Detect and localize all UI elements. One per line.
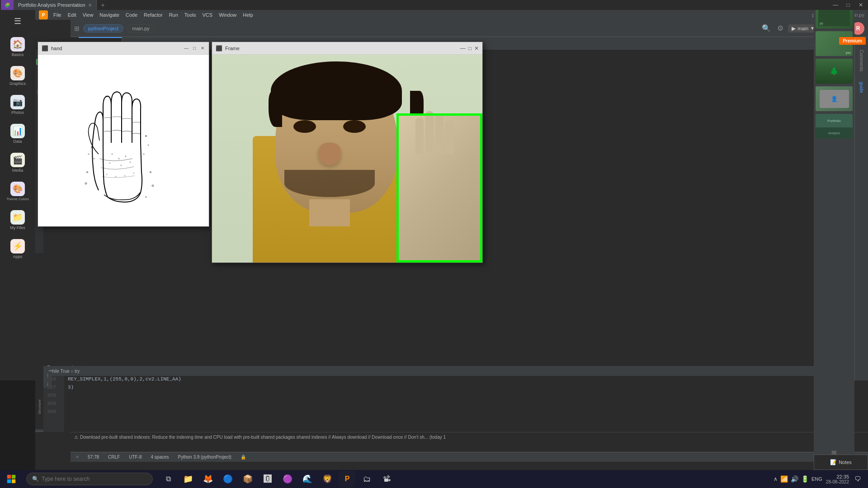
breadcrumb-arrow: › <box>71 369 73 374</box>
window-maximize-btn[interactable]: □ <box>843 1 854 9</box>
new-tab-btn[interactable]: + <box>97 0 109 10</box>
lock-icon[interactable]: 🔒 <box>239 455 248 460</box>
hand-window-close[interactable]: ✕ <box>200 46 205 51</box>
frame-window-maximize[interactable]: □ <box>468 45 472 52</box>
tray-battery-icon[interactable]: 🔋 <box>801 475 809 483</box>
cursor-position[interactable]: 57:78 <box>86 455 101 460</box>
taskbar-icon-edge[interactable]: 🌊 <box>299 471 316 487</box>
notes-panel[interactable]: 📝 Notes <box>814 455 868 470</box>
menu-window[interactable]: Window <box>216 11 239 19</box>
tray-network-icon[interactable]: 📶 <box>780 475 788 483</box>
person-beard <box>284 170 375 197</box>
person-hair-side-l <box>269 91 282 127</box>
app-tab-label: Portfolio Analysis Presentation <box>18 2 85 8</box>
menu-edit[interactable]: Edit <box>65 11 79 19</box>
run-code-line-2: 3) <box>68 385 864 393</box>
start-button[interactable] <box>0 470 23 488</box>
frame-window-close[interactable]: ✕ <box>474 45 479 52</box>
slide-thumb-3[interactable]: 🌲 <box>816 59 853 84</box>
guide-icon[interactable]: guide <box>859 78 864 96</box>
taskbar-icon-files[interactable]: 📁 <box>180 471 196 487</box>
window-minimize-btn[interactable]: — <box>830 1 841 9</box>
taskbar-search-bar[interactable]: 🔍 <box>26 473 153 485</box>
notification-center-btn[interactable]: 🗨 <box>853 475 863 483</box>
taskbar-icon-dropbox[interactable]: 📦 <box>240 471 256 487</box>
frame-window-content <box>212 55 482 263</box>
taskbar-icon-browser[interactable]: 🦊 <box>200 471 216 487</box>
tray-volume-icon[interactable]: 🔊 <box>791 475 798 483</box>
taskbar-icon-task-view[interactable]: ⧉ <box>160 471 176 487</box>
python-interpreter[interactable]: Python 3.9 (pythonProject) <box>176 455 233 460</box>
sidebar-item-photos[interactable]: 📷 Photos <box>2 91 33 118</box>
menu-view[interactable]: View <box>80 11 96 19</box>
menu-navigate[interactable]: Navigate <box>97 11 122 19</box>
taskbar-icon-chrome[interactable]: 🔵 <box>220 471 236 487</box>
taskbar-icon-brave[interactable]: 🦁 <box>319 471 335 487</box>
taskbar-icon-teams[interactable]: 🟣 <box>279 471 296 487</box>
data-icon: 📊 <box>10 124 25 138</box>
menu-code[interactable]: Code <box>123 11 140 19</box>
menu-run[interactable]: Run <box>166 11 181 19</box>
indentation[interactable]: 4 spaces <box>149 455 171 460</box>
file-label[interactable]: main.py <box>127 24 155 33</box>
window-close-btn[interactable]: ✕ <box>855 1 866 9</box>
hand-window-minimize[interactable]: — <box>184 46 189 51</box>
photos-label: Photos <box>11 110 24 115</box>
tray-up-arrow[interactable]: ∧ <box>774 476 778 482</box>
taskbar-icon-video[interactable]: 📽 <box>379 471 395 487</box>
myfiles-icon: 📁 <box>10 210 25 225</box>
basics-icon: 🏠 <box>10 37 25 52</box>
project-nav-btn[interactable]: ⊞ <box>74 25 80 32</box>
download-banner[interactable]: ⚠ Download pre-built shared indexes: Red… <box>71 432 868 442</box>
svg-rect-23 <box>7 479 11 483</box>
person-eye-right <box>343 120 366 133</box>
tray-lang[interactable]: ENG <box>811 476 822 482</box>
taskbar-icon-pycharm[interactable]: P <box>339 471 355 487</box>
taskbar-icon-office[interactable]: 🅾 <box>259 471 276 487</box>
run-arrows-down[interactable]: ↓ <box>43 380 52 388</box>
slide-thumb-4[interactable]: 👤 <box>816 86 853 111</box>
svg-point-5 <box>130 162 131 163</box>
line-separator[interactable]: CRLF <box>106 455 122 460</box>
sidebar-item-myfiles[interactable]: 📁 My Files <box>2 206 33 234</box>
sidebar-item-media[interactable]: 🎬 Media <box>2 149 33 176</box>
menu-tools[interactable]: Tools <box>182 11 199 19</box>
file-encoding[interactable]: UTF-8 <box>127 455 143 460</box>
download-text: Download pre-built shared indexes: Reduc… <box>80 435 446 440</box>
download-icon: ⚠ <box>74 435 78 440</box>
run-arrows-up[interactable]: ↑ <box>43 371 52 380</box>
sidebar-hamburger[interactable]: ☰ <box>11 14 24 29</box>
slide-thumb-5[interactable]: Portfolio Analysis <box>816 114 853 139</box>
tab-close-btn[interactable]: ✕ <box>88 3 92 8</box>
breadcrumb-bar: while True › try <box>43 366 847 376</box>
sidebar-item-apps[interactable]: ⚡ Apps <box>2 235 33 263</box>
hand-window-maximize[interactable]: □ <box>192 46 197 51</box>
sidebar-item-theme-colors[interactable]: 🎨 Theme Colors <box>2 178 33 205</box>
hand-drawing <box>67 64 180 217</box>
frame-window-minimize[interactable]: — <box>460 45 466 52</box>
sidebar-item-basics[interactable]: 🏠 Basics <box>2 33 33 61</box>
project-label[interactable]: pythonProject <box>83 24 123 33</box>
taskbar-clock[interactable]: 22:35 28-08-2022 <box>826 474 849 484</box>
comments-icon[interactable]: Comments <box>859 46 864 75</box>
menu-help[interactable]: Help <box>240 11 256 19</box>
settings-btn[interactable]: ⚙ <box>775 23 785 33</box>
apps-icon: ⚡ <box>10 239 25 253</box>
theme-colors-label: Theme Colors <box>6 197 29 201</box>
sidebar-item-graphics[interactable]: 🎨 Graphics <box>2 62 33 89</box>
menu-refactor[interactable]: Refactor <box>141 11 165 19</box>
app-tab[interactable]: Portfolio Analysis Presentation ✕ <box>14 0 97 10</box>
menu-vcs[interactable]: VCS <box>200 11 216 19</box>
taskbar-icon-explorer[interactable]: 🗂 <box>359 471 375 487</box>
svg-rect-21 <box>7 475 11 479</box>
vcs-branch-icon[interactable]: ⑂ <box>74 455 80 460</box>
taskbar-search-input[interactable] <box>42 476 132 482</box>
svg-point-11 <box>148 145 149 145</box>
search-everywhere-btn[interactable]: 🔍 <box>760 23 773 33</box>
menu-file[interactable]: File <box>51 11 64 19</box>
premium-badge[interactable]: Premium <box>839 37 866 45</box>
svg-rect-24 <box>12 479 15 483</box>
sidebar-item-data[interactable]: 📊 Data <box>2 120 33 147</box>
svg-point-2 <box>125 156 126 157</box>
frame-window-icon: ⬛ <box>216 45 222 52</box>
